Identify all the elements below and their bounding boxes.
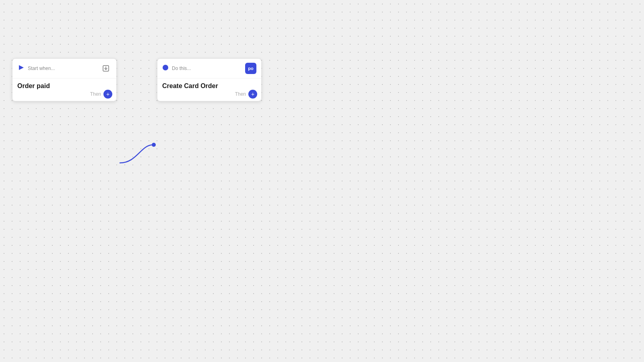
action-header-label: Do this... [172,66,191,71]
action-then-label: Then [235,91,246,97]
svg-point-3 [163,65,168,70]
po-app-label: po [248,66,253,71]
download-icon[interactable] [100,63,111,74]
po-app-icon[interactable]: po [245,63,256,74]
trigger-node-header: Start when... [12,59,116,78]
action-node-footer: Then + [231,87,261,101]
play-icon [17,64,25,73]
action-header-left: Do this... [162,64,191,72]
trigger-node-footer: Then + [86,87,116,101]
trigger-node: Start when... Order paid Then + [12,58,117,101]
connector-path [120,145,153,163]
trigger-add-button[interactable]: + [103,90,112,99]
trigger-then-label: Then [90,91,101,97]
action-node: Do this... po Create Card Order Then + [157,58,262,101]
action-add-button[interactable]: + [248,90,257,99]
svg-marker-0 [19,65,24,70]
trigger-header-left: Start when... [17,64,55,73]
trigger-header-label: Start when... [28,66,55,71]
circle-icon [162,64,169,72]
connector-end-dot [152,143,156,147]
action-node-header: Do this... po [157,59,261,78]
